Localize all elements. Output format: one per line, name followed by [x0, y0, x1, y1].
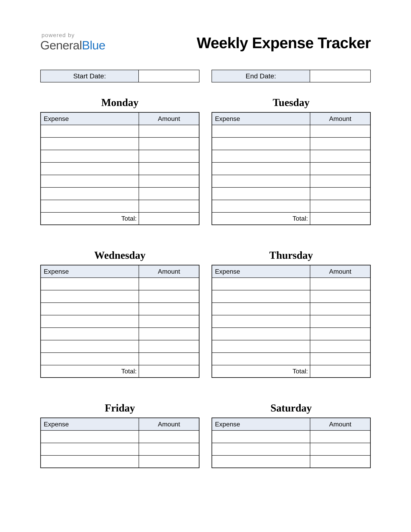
expense-cell[interactable] — [212, 175, 310, 187]
amount-cell[interactable] — [139, 150, 199, 162]
amount-cell[interactable] — [310, 125, 370, 137]
expense-cell[interactable] — [212, 443, 310, 456]
expense-cell[interactable] — [212, 456, 310, 468]
expense-cell[interactable] — [212, 137, 310, 150]
days-grid: MondayExpenseAmountTotal:TuesdayExpenseA… — [40, 96, 371, 468]
end-date-box: End Date: — [212, 70, 371, 82]
expense-cell[interactable] — [41, 353, 139, 365]
expense-table: ExpenseAmountTotal: — [212, 265, 371, 378]
expense-cell[interactable] — [41, 315, 139, 328]
amount-cell[interactable] — [139, 200, 199, 212]
expense-cell[interactable] — [212, 125, 310, 137]
expense-cell[interactable] — [41, 303, 139, 315]
amount-cell[interactable] — [139, 353, 199, 365]
expense-cell[interactable] — [212, 162, 310, 175]
day-title: Tuesday — [212, 96, 371, 108]
expense-cell[interactable] — [41, 187, 139, 200]
powered-by-text: powered by — [41, 32, 105, 38]
amount-cell[interactable] — [310, 430, 370, 443]
table-row — [41, 430, 199, 443]
expense-cell[interactable] — [41, 125, 139, 137]
expense-cell[interactable] — [41, 340, 139, 353]
total-label: Total: — [212, 212, 310, 225]
amount-cell[interactable] — [310, 175, 370, 187]
table-row — [212, 290, 371, 303]
expense-cell[interactable] — [41, 290, 139, 303]
amount-cell[interactable] — [139, 456, 199, 468]
amount-cell[interactable] — [310, 200, 370, 212]
end-date-input[interactable] — [310, 70, 370, 82]
amount-cell[interactable] — [139, 187, 199, 200]
amount-cell[interactable] — [139, 290, 199, 303]
amount-cell[interactable] — [310, 353, 370, 365]
amount-cell[interactable] — [310, 278, 370, 290]
expense-cell[interactable] — [41, 137, 139, 150]
col-header-amount: Amount — [139, 265, 199, 278]
total-value[interactable] — [139, 365, 199, 378]
expense-cell[interactable] — [212, 200, 310, 212]
amount-cell[interactable] — [310, 456, 370, 468]
expense-cell[interactable] — [212, 340, 310, 353]
day-title: Saturday — [212, 402, 371, 414]
expense-cell[interactable] — [41, 162, 139, 175]
total-value[interactable] — [139, 212, 199, 225]
expense-cell[interactable] — [41, 456, 139, 468]
amount-cell[interactable] — [139, 430, 199, 443]
total-value[interactable] — [310, 365, 370, 378]
table-row — [41, 162, 199, 175]
expense-cell[interactable] — [41, 175, 139, 187]
table-row — [41, 353, 199, 365]
amount-cell[interactable] — [310, 303, 370, 315]
expense-cell[interactable] — [212, 328, 310, 340]
amount-cell[interactable] — [310, 340, 370, 353]
header: powered by GeneralBlue Weekly Expense Tr… — [40, 32, 371, 52]
amount-cell[interactable] — [139, 328, 199, 340]
table-row — [41, 137, 199, 150]
amount-cell[interactable] — [139, 162, 199, 175]
expense-cell[interactable] — [212, 315, 310, 328]
total-value[interactable] — [310, 212, 370, 225]
amount-cell[interactable] — [139, 175, 199, 187]
expense-cell[interactable] — [212, 430, 310, 443]
day-title: Thursday — [212, 249, 371, 261]
expense-cell[interactable] — [212, 353, 310, 365]
total-row: Total: — [212, 365, 371, 378]
table-row — [212, 175, 371, 187]
table-row — [212, 303, 371, 315]
col-header-expense: Expense — [41, 113, 139, 125]
amount-cell[interactable] — [310, 315, 370, 328]
expense-cell[interactable] — [41, 443, 139, 456]
start-date-box: Start Date: — [40, 70, 199, 82]
amount-cell[interactable] — [310, 150, 370, 162]
amount-cell[interactable] — [139, 315, 199, 328]
table-row — [41, 315, 199, 328]
amount-cell[interactable] — [139, 443, 199, 456]
expense-cell[interactable] — [212, 187, 310, 200]
expense-cell[interactable] — [212, 278, 310, 290]
table-row — [41, 328, 199, 340]
amount-cell[interactable] — [310, 443, 370, 456]
expense-cell[interactable] — [212, 290, 310, 303]
table-row — [212, 443, 371, 456]
amount-cell[interactable] — [139, 340, 199, 353]
table-row — [212, 200, 371, 212]
amount-cell[interactable] — [139, 125, 199, 137]
amount-cell[interactable] — [310, 137, 370, 150]
amount-cell[interactable] — [310, 162, 370, 175]
expense-cell[interactable] — [212, 303, 310, 315]
amount-cell[interactable] — [139, 278, 199, 290]
expense-cell[interactable] — [41, 328, 139, 340]
day-block-wednesday: WednesdayExpenseAmountTotal: — [40, 249, 199, 390]
amount-cell[interactable] — [139, 137, 199, 150]
start-date-input[interactable] — [139, 70, 199, 82]
table-row — [212, 430, 371, 443]
expense-cell[interactable] — [41, 150, 139, 162]
expense-cell[interactable] — [41, 200, 139, 212]
expense-cell[interactable] — [41, 278, 139, 290]
amount-cell[interactable] — [310, 290, 370, 303]
expense-cell[interactable] — [41, 430, 139, 443]
amount-cell[interactable] — [310, 187, 370, 200]
amount-cell[interactable] — [139, 303, 199, 315]
expense-cell[interactable] — [212, 150, 310, 162]
amount-cell[interactable] — [310, 328, 370, 340]
